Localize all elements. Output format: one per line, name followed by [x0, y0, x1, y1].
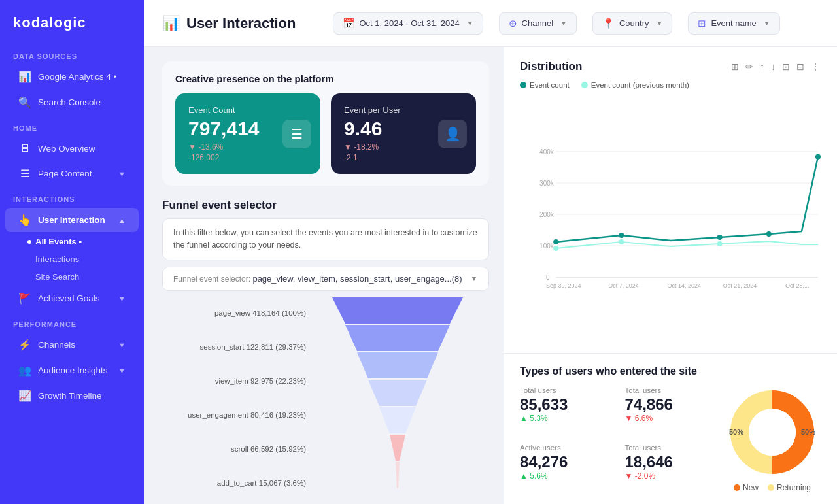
chevron-down-icon: ▼	[764, 20, 770, 27]
channel-filter[interactable]: ⊕ Channel ▼	[499, 12, 577, 35]
legend-previous: Event count (previous month)	[581, 81, 689, 89]
event-count-label: Event Count	[188, 105, 307, 115]
svg-marker-3	[368, 380, 427, 406]
types-panel: Types of users who entered the site Tota…	[504, 354, 837, 504]
sidebar-sub-interactions[interactable]: Interactions	[21, 250, 144, 268]
upload-icon[interactable]: ↑	[759, 60, 766, 73]
chevron-icon: ▼	[118, 170, 126, 178]
svg-text:Sep 30, 2024: Sep 30, 2024	[546, 282, 581, 289]
download-icon[interactable]: ↓	[770, 60, 777, 73]
funnel-row-label-5: add_to_cart 15,067 (3.6%)	[162, 479, 306, 487]
title-icon: 📊	[162, 15, 180, 32]
distribution-tools: ⊞ ✏ ↑ ↓ ⊡ ⊟ ⋮	[730, 60, 821, 73]
funnel-row-label-1: session_start 122,811 (29.37%)	[162, 343, 306, 351]
sidebar-item-growth-timeline[interactable]: 📈 Growth Timeline	[5, 384, 139, 408]
stat-change-1: ▼ 6.6%	[625, 414, 717, 423]
sidebar-item-label: Web Overview	[38, 144, 95, 154]
left-panel: Creative presence on the platform Event …	[144, 47, 504, 504]
chevron-down-icon: ▼	[467, 20, 473, 27]
svg-text:100k: 100k	[539, 243, 555, 250]
right-panel: Distribution ⊞ ✏ ↑ ↓ ⊡ ⊟ ⋮ Event count	[504, 47, 837, 504]
svg-marker-1	[345, 325, 450, 351]
funnel-labels: page_view 418,164 (100%) session_start 1…	[162, 297, 306, 505]
more-icon[interactable]: ⋮	[810, 60, 821, 73]
distribution-chart: 400k 300k 200k 100k 0	[520, 94, 821, 340]
svg-text:300k: 300k	[539, 180, 555, 187]
sidebar-item-audience-insights[interactable]: 👥 Audience Insights ▼	[5, 358, 139, 382]
share-icon[interactable]: ⊡	[781, 60, 791, 73]
date-range-label: Oct 1, 2024 - Oct 31, 2024	[360, 18, 460, 28]
page-icon: ☰	[18, 167, 31, 180]
sidebar-item-label: Audience Insights	[38, 365, 108, 375]
creative-presence-title: Creative presence on the platform	[175, 73, 476, 84]
returning-label: Returning	[777, 483, 811, 492]
svg-marker-4	[379, 407, 416, 433]
funnel-chart-area: page_view 418,164 (100%) session_start 1…	[162, 297, 489, 505]
funnel-selector-value: Funnel event selector: page_view, view_i…	[173, 274, 462, 284]
funnel-title: Funnel event selector	[162, 199, 489, 212]
event-name-filter[interactable]: ⊞ Event name ▼	[688, 12, 779, 35]
new-label: New	[743, 483, 759, 492]
metric-cards-row: Event Count 797,414 ▼ -13.6% -126,002 ☰ …	[175, 93, 476, 174]
date-filter[interactable]: 📅 Oct 1, 2024 - Oct 31, 2024 ▼	[333, 12, 483, 35]
sidebar-item-page-content[interactable]: ☰ Page Content ▼	[5, 161, 139, 186]
chevron-icon: ▼	[118, 341, 126, 349]
svg-marker-2	[357, 352, 438, 378]
stat-label-1: Total users	[625, 386, 717, 394]
performance-label: Performance	[0, 311, 144, 332]
stat-change-0: ▲ 5.3%	[520, 414, 612, 423]
content-area: Creative presence on the platform Event …	[144, 47, 837, 504]
channel-icon: ⊕	[509, 18, 517, 29]
funnel-row-label-3: user_engagement 80,416 (19.23%)	[162, 411, 306, 419]
chart-legend: Event count Event count (previous month)	[520, 81, 821, 89]
svg-text:Oct 28,...: Oct 28,...	[785, 282, 810, 289]
svg-text:Oct 21, 2024: Oct 21, 2024	[723, 282, 757, 289]
sidebar-item-user-interaction[interactable]: 👆 User Interaction ▲	[5, 208, 139, 232]
funnel-section: Funnel event selector In this filter bel…	[162, 199, 489, 504]
filter-icon[interactable]: ⊟	[795, 60, 806, 73]
svg-point-19	[717, 235, 723, 240]
svg-text:Oct 7, 2024: Oct 7, 2024	[608, 282, 639, 289]
new-dot	[734, 484, 740, 491]
svg-marker-5	[390, 435, 405, 461]
funnel-selector[interactable]: Funnel event selector: page_view, view_i…	[162, 267, 489, 291]
svg-text:200k: 200k	[539, 211, 555, 218]
funnel-svg-area	[306, 297, 489, 500]
svg-text:Oct 14, 2024: Oct 14, 2024	[667, 282, 701, 289]
header: 📊 User Interaction 📅 Oct 1, 2024 - Oct 3…	[144, 0, 837, 47]
sidebar-item-label: Achieved Goals	[38, 294, 100, 303]
legend-dot-previous	[581, 82, 588, 88]
svg-marker-0	[332, 297, 463, 324]
sidebar-item-label: Google Analytics 4 •	[38, 72, 116, 82]
types-title: Types of users who entered the site	[520, 365, 821, 377]
stat-value-3: 18,646	[625, 453, 717, 471]
sidebar-item-label: User Interaction	[38, 215, 105, 225]
sidebar-item-channels[interactable]: ⚡ Channels ▼	[5, 333, 139, 357]
sidebar-item-label: Channels	[38, 340, 75, 350]
chevron-icon: ▲	[118, 216, 126, 224]
svg-point-20	[766, 231, 772, 237]
sidebar-item-search-console[interactable]: 🔍 Search Console	[5, 90, 139, 114]
edit-icon[interactable]: ✏	[744, 60, 755, 73]
home-label: Home	[0, 115, 144, 136]
event-per-user-change-abs: -2.1	[344, 153, 463, 162]
country-label: Country	[619, 18, 649, 28]
stat-box-1: Total users 74,866 ▼ 6.6%	[625, 386, 717, 435]
donut-new-pct-label: 50%	[729, 428, 743, 436]
chevron-down-icon: ▼	[470, 274, 478, 283]
sidebar-item-web-overview[interactable]: 🖥 Web Overview	[5, 137, 139, 160]
country-filter[interactable]: 📍 Country ▼	[592, 12, 672, 35]
event-count-card: Event Count 797,414 ▼ -13.6% -126,002 ☰	[175, 93, 320, 174]
donut-returning-pct-label: 50%	[801, 428, 815, 436]
donut-area: 50% 50% New Returning	[723, 386, 821, 492]
expand-icon[interactable]: ⊞	[730, 60, 740, 73]
sidebar: kodalogic Data Sources 📊 Google Analytic…	[0, 0, 144, 504]
active-dot	[27, 240, 31, 244]
chevron-down-icon: ▼	[560, 20, 567, 27]
sidebar-item-achieved-goals[interactable]: 🚩 Achieved Goals ▼	[5, 286, 139, 311]
sidebar-item-google-analytics[interactable]: 📊 Google Analytics 4 •	[5, 65, 139, 89]
distribution-panel: Distribution ⊞ ✏ ↑ ↓ ⊡ ⊟ ⋮ Event count	[504, 47, 837, 354]
sidebar-sub-all-events[interactable]: All Events •	[21, 233, 144, 250]
main-area: 📊 User Interaction 📅 Oct 1, 2024 - Oct 3…	[144, 0, 837, 504]
sidebar-sub-site-search[interactable]: Site Search	[21, 268, 144, 286]
